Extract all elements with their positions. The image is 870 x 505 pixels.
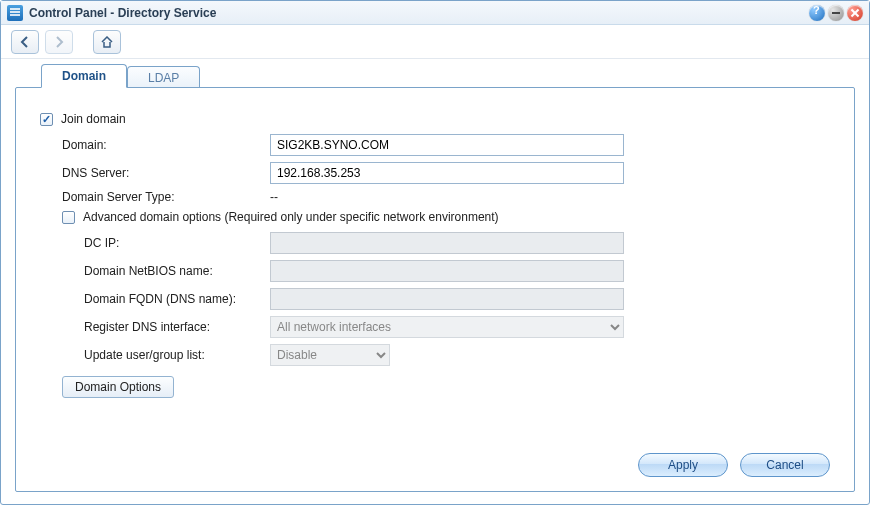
- domain-input[interactable]: [270, 134, 624, 156]
- close-icon[interactable]: [847, 5, 863, 21]
- netbios-row: Domain NetBIOS name:: [40, 260, 830, 282]
- tab-ldap[interactable]: LDAP: [127, 66, 200, 89]
- update-list-row: Update user/group list: Disable: [40, 344, 830, 366]
- advanced-row: Advanced domain options (Required only u…: [40, 210, 830, 224]
- toolbar: [1, 25, 869, 59]
- tab-domain-label: Domain: [62, 69, 106, 83]
- reg-dns-row: Register DNS interface: All network inte…: [40, 316, 830, 338]
- domain-row: Domain:: [40, 134, 830, 156]
- titlebar: Control Panel - Directory Service: [1, 1, 869, 25]
- tabstrip: Domain LDAP: [15, 63, 855, 87]
- apply-label: Apply: [668, 458, 698, 472]
- advanced-checkbox[interactable]: [62, 211, 75, 224]
- netbios-input[interactable]: [270, 260, 624, 282]
- dc-ip-label: DC IP:: [84, 236, 270, 250]
- domain-options-label: Domain Options: [75, 380, 161, 394]
- dns-row: DNS Server:: [40, 162, 830, 184]
- home-button[interactable]: [93, 30, 121, 54]
- join-domain-label: Join domain: [61, 112, 126, 126]
- panel: Join domain Domain: DNS Server: Domain S…: [15, 87, 855, 492]
- bottom-buttons: Apply Cancel: [638, 453, 830, 477]
- netbios-label: Domain NetBIOS name:: [84, 264, 270, 278]
- fqdn-input[interactable]: [270, 288, 624, 310]
- reg-dns-select[interactable]: All network interfaces: [270, 316, 624, 338]
- domain-options-button[interactable]: Domain Options: [62, 376, 174, 398]
- dc-ip-row: DC IP:: [40, 232, 830, 254]
- help-icon[interactable]: [809, 5, 825, 21]
- server-type-row: Domain Server Type: --: [40, 190, 830, 204]
- fqdn-label: Domain FQDN (DNS name):: [84, 292, 270, 306]
- content: Domain LDAP Join domain Domain: DNS Serv…: [15, 63, 855, 492]
- apply-button[interactable]: Apply: [638, 453, 728, 477]
- window-title: Control Panel - Directory Service: [29, 6, 809, 20]
- server-type-value: --: [270, 190, 278, 204]
- reg-dns-label: Register DNS interface:: [84, 320, 270, 334]
- minimize-icon[interactable]: [828, 5, 844, 21]
- window: Control Panel - Directory Service Domain…: [0, 0, 870, 505]
- title-controls: [809, 5, 863, 21]
- server-type-label: Domain Server Type:: [62, 190, 270, 204]
- tab-ldap-label: LDAP: [148, 71, 179, 85]
- domain-label: Domain:: [62, 138, 270, 152]
- cancel-button[interactable]: Cancel: [740, 453, 830, 477]
- fqdn-row: Domain FQDN (DNS name):: [40, 288, 830, 310]
- dns-input[interactable]: [270, 162, 624, 184]
- advanced-label: Advanced domain options (Required only u…: [83, 210, 499, 224]
- join-domain-checkbox[interactable]: [40, 113, 53, 126]
- dc-ip-input[interactable]: [270, 232, 624, 254]
- join-domain-row: Join domain: [40, 112, 830, 126]
- dns-label: DNS Server:: [62, 166, 270, 180]
- update-list-label: Update user/group list:: [84, 348, 270, 362]
- back-button[interactable]: [11, 30, 39, 54]
- cancel-label: Cancel: [766, 458, 803, 472]
- forward-button[interactable]: [45, 30, 73, 54]
- app-icon: [7, 5, 23, 21]
- update-list-select[interactable]: Disable: [270, 344, 390, 366]
- tab-domain[interactable]: Domain: [41, 64, 127, 88]
